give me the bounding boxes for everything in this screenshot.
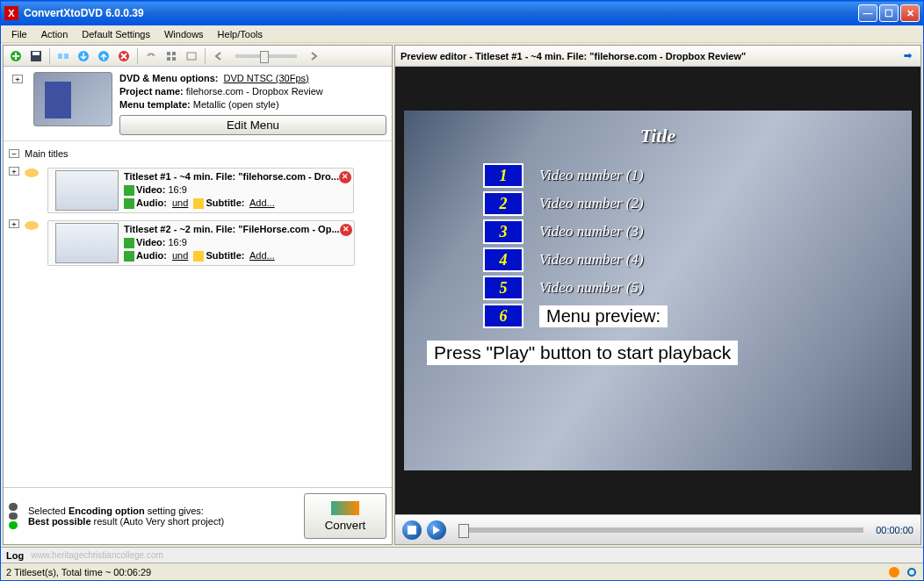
menu-item-label[interactable]: Video number (5) <box>539 279 644 297</box>
preview-header: Preview editor - Titleset #1 - ~4 min. F… <box>395 46 920 67</box>
menu-item-label[interactable]: Video number (3) <box>539 223 644 240</box>
burn-icon[interactable] <box>888 566 900 578</box>
menu-number[interactable]: 3 <box>483 219 523 244</box>
menu-title: Title <box>422 125 894 147</box>
seek-slider[interactable] <box>458 527 863 533</box>
menu-number[interactable]: 6 <box>483 304 523 328</box>
svg-rect-2 <box>32 52 40 55</box>
list-button[interactable] <box>183 47 200 65</box>
menu-number[interactable]: 1 <box>483 163 523 188</box>
separator-icon <box>205 48 206 64</box>
menu-item-label[interactable]: Video number (4) <box>539 251 644 269</box>
expand-titleset-icon[interactable]: + <box>9 219 19 228</box>
remove-titleset-icon[interactable]: ✕ <box>340 224 352 236</box>
video-icon <box>124 238 134 248</box>
close-button[interactable]: ✕ <box>900 4 920 22</box>
video-value: 16:9 <box>168 237 186 247</box>
down-button[interactable] <box>75 47 92 65</box>
svg-point-13 <box>25 169 39 177</box>
video-label: Video: <box>136 237 165 247</box>
minimize-button[interactable]: — <box>858 4 877 22</box>
save-button[interactable] <box>27 47 45 65</box>
titleset-title: Titleset #1 - ~4 min. File: "filehorse.c… <box>124 170 339 183</box>
menu-action[interactable]: Action <box>34 27 76 41</box>
svg-rect-15 <box>408 526 416 534</box>
dvd-menu-thumbnail[interactable] <box>33 72 112 126</box>
log-bar[interactable]: Log www.heritagechristiancollege.com <box>1 547 923 563</box>
svg-rect-4 <box>64 54 69 59</box>
subtitle-add[interactable]: Add... <box>249 197 275 208</box>
video-icon <box>124 185 134 196</box>
titleset-row[interactable]: Titleset #1 - ~4 min. File: "filehorse.c… <box>47 168 354 213</box>
titleset-title: Titleset #2 - ~2 min. File: "FileHorse.c… <box>124 223 340 236</box>
edit-menu-button[interactable]: Edit Menu <box>119 115 386 135</box>
titleset-icon <box>23 164 40 178</box>
merge-button[interactable] <box>54 47 72 65</box>
remove-titleset-icon[interactable]: ✕ <box>339 171 351 183</box>
subtitle-label: Subtitle: <box>206 250 244 261</box>
link-button[interactable] <box>142 47 160 65</box>
menu-item-label[interactable]: Video number (2) <box>539 195 644 212</box>
svg-rect-10 <box>167 57 170 61</box>
maximize-button[interactable]: ☐ <box>879 4 899 22</box>
subtitle-icon <box>193 198 204 209</box>
add-button[interactable] <box>7 47 25 65</box>
options-value[interactable]: DVD NTSC (30Fps) <box>224 73 309 83</box>
right-pane: Preview editor - Titleset #1 - ~4 min. F… <box>394 45 921 545</box>
menu-file[interactable]: File <box>4 27 34 41</box>
audio-value[interactable]: und <box>172 197 188 208</box>
titleset-thumbnail[interactable] <box>55 170 119 211</box>
svg-rect-12 <box>187 53 196 60</box>
forward-button[interactable] <box>305 47 322 65</box>
separator-icon <box>137 48 138 64</box>
audio-value[interactable]: und <box>172 250 188 261</box>
project-label: Project name: <box>119 86 184 97</box>
main-titles-label: Main titles <box>23 147 70 161</box>
zoom-slider[interactable] <box>235 54 297 58</box>
menu-number[interactable]: 4 <box>483 247 523 272</box>
up-button[interactable] <box>95 47 112 65</box>
svg-rect-11 <box>172 57 176 61</box>
menu-help-tools[interactable]: Help/Tools <box>211 27 270 41</box>
template-value: Metallic (open style) <box>193 99 279 110</box>
time-display: 00:00:00 <box>876 525 913 535</box>
dvd-menu-preview[interactable]: Title 1Video number (1)2Video number (2)… <box>404 111 912 470</box>
log-label: Log <box>6 550 24 561</box>
expand-titleset-icon[interactable]: + <box>9 167 19 176</box>
convert-icon <box>331 501 359 515</box>
convert-button[interactable]: Convert <box>304 493 386 539</box>
status-text: 2 Titleset(s), Total time ~ 00:06:29 <box>6 567 151 577</box>
expand-dvd-icon[interactable]: + <box>12 75 23 83</box>
subtitle-icon <box>193 251 204 262</box>
project-value: filehorse.com - Dropbox Review <box>186 86 323 97</box>
left-toolbar <box>4 46 392 67</box>
window-title: ConvertXtoDVD 6.0.0.39 <box>22 7 856 19</box>
svg-point-14 <box>25 221 39 230</box>
collapse-icon[interactable]: − <box>9 149 19 158</box>
play-message: Press "Play" button to start playback <box>427 341 738 365</box>
titleset-row[interactable]: Titleset #2 - ~2 min. File: "FileHorse.c… <box>47 220 355 266</box>
svg-point-16 <box>889 567 899 577</box>
refresh-icon[interactable] <box>906 566 918 578</box>
menu-item-label[interactable]: Video number (1) <box>539 167 644 184</box>
grid-button[interactable] <box>162 47 180 65</box>
traffic-light-icon <box>9 503 21 529</box>
options-label: DVD & Menu options: <box>119 73 218 83</box>
stop-button[interactable] <box>402 520 422 540</box>
separator-icon <box>49 48 50 64</box>
titleset-thumbnail[interactable] <box>55 223 119 263</box>
menu-windows[interactable]: Windows <box>157 27 211 41</box>
menu-item-label[interactable]: Menu preview: <box>539 305 668 327</box>
menu-default-settings[interactable]: Default Settings <box>75 27 157 41</box>
play-button[interactable] <box>427 520 446 540</box>
back-button[interactable] <box>210 47 227 65</box>
main-titles-node[interactable]: − Main titles <box>5 145 390 162</box>
video-label: Video: <box>136 184 165 195</box>
svg-rect-9 <box>172 52 176 55</box>
subtitle-add[interactable]: Add... <box>249 250 275 261</box>
menu-number[interactable]: 5 <box>483 276 523 300</box>
titlebar[interactable]: X ConvertXtoDVD 6.0.0.39 — ☐ ✕ <box>1 1 923 25</box>
remove-button[interactable] <box>115 47 133 65</box>
menu-number[interactable]: 2 <box>483 191 523 216</box>
next-arrow-icon[interactable]: ➡ <box>899 48 915 64</box>
